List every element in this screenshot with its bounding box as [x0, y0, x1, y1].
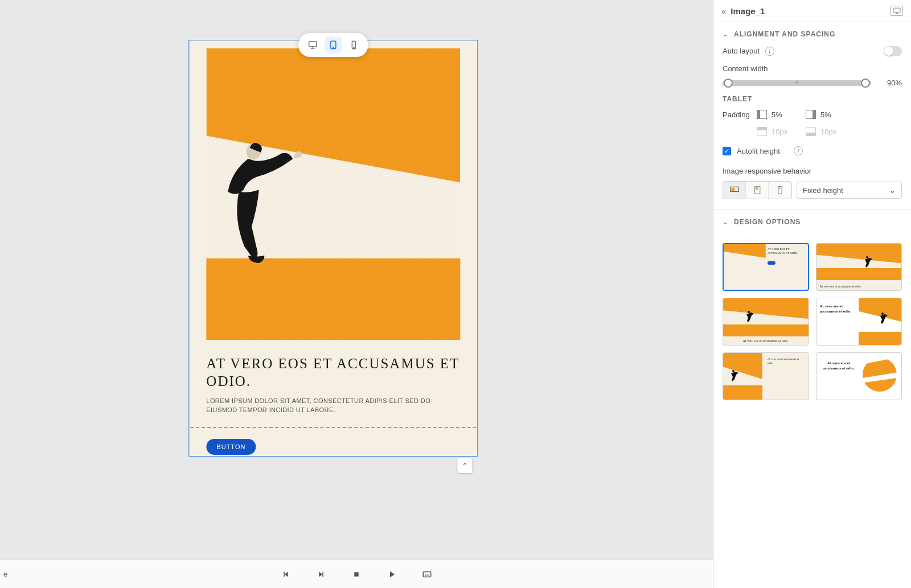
back-button[interactable]: « — [721, 6, 726, 16]
figure-icon — [728, 369, 740, 383]
monitor-eye-icon — [892, 7, 901, 14]
responsive-phone-option[interactable] — [769, 182, 791, 199]
content-width-value: 90% — [879, 79, 902, 87]
artboard-wrapper: AT VERO EOS ET ACCUSAMUS ET ODIO. LOREM … — [188, 40, 478, 457]
padding-right-icon — [806, 110, 816, 119]
design-option-4[interactable]: At vero eos et accusamus et odio. — [816, 298, 902, 346]
content-width-label: Content width — [723, 64, 902, 73]
responsive-desktop-option[interactable] — [723, 182, 746, 199]
svg-rect-15 — [779, 187, 780, 189]
padding-label: Padding — [723, 110, 757, 119]
captions-button[interactable]: CC — [420, 567, 434, 582]
play-icon — [387, 569, 397, 579]
phone-icon — [348, 40, 359, 50]
cta-button[interactable]: BUTTON — [206, 439, 256, 455]
padding-top-icon — [757, 127, 767, 136]
inspector-header: « Image_1 — [713, 0, 911, 22]
padding-left-icon — [757, 110, 767, 119]
playback-bar: e CC — [0, 560, 713, 588]
tablet-icon — [328, 40, 338, 50]
info-icon[interactable]: i — [765, 47, 774, 56]
cc-icon: CC — [422, 569, 432, 579]
device-tablet-button[interactable] — [325, 36, 342, 54]
responsive-device-segment — [723, 181, 792, 199]
collapse-chevron-button[interactable]: ⌃ — [457, 458, 472, 473]
design-option-grid: AT VERO EOS ET ACCUSAMUS ET ODIO. At ver… — [713, 236, 911, 407]
figure-icon — [877, 311, 889, 325]
step-back-icon — [281, 569, 291, 579]
responsive-behavior-dropdown[interactable]: Fixed height ⌄ — [797, 182, 902, 199]
design-option-1[interactable]: AT VERO EOS ET ACCUSAMUS ET ODIO. — [723, 243, 809, 291]
design-options-header[interactable]: ⌄ DESIGN OPTIONS — [723, 218, 902, 226]
content-width-slider[interactable]: ⠿ — [723, 80, 871, 86]
design-option-2[interactable]: At vero eos et accusamus et odio. — [816, 243, 902, 291]
responsive-behavior-label: Image responsive behavior — [723, 167, 902, 175]
copy-block: AT VERO EOS ET ACCUSAMUS ET ODIO. LOREM … — [206, 355, 460, 415]
visibility-preview-button[interactable] — [891, 6, 903, 16]
timeline-label: e — [3, 570, 7, 578]
auto-layout-toggle[interactable] — [884, 46, 902, 56]
section-title: ALIGNMENT AND SPACING — [734, 30, 835, 38]
desktop-mini-icon — [729, 186, 740, 195]
figure-icon — [862, 255, 873, 269]
section-title: DESIGN OPTIONS — [734, 218, 801, 226]
device-switcher — [298, 33, 368, 57]
svg-rect-11 — [731, 188, 734, 191]
chevron-up-icon: ⌃ — [462, 462, 468, 470]
design-option-6[interactable]: At vero eos et accusamus et odio. — [816, 352, 902, 400]
figure-illustration — [211, 130, 303, 276]
stop-button[interactable] — [349, 567, 364, 582]
svg-rect-13 — [755, 187, 757, 190]
info-icon[interactable]: i — [794, 146, 803, 155]
subheading[interactable]: LOREM IPSUM DOLOR SIT AMET, CONSECTETUR … — [206, 396, 460, 415]
stop-icon — [351, 569, 362, 579]
device-desktop-button[interactable] — [304, 36, 321, 54]
chevron-left-double-icon: « — [721, 6, 726, 16]
heading[interactable]: AT VERO EOS ET ACCUSAMUS ET ODIO. — [206, 355, 460, 390]
svg-point-2 — [333, 47, 334, 48]
artboard-tablet[interactable]: AT VERO EOS ET ACCUSAMUS ET ODIO. LOREM … — [188, 40, 478, 457]
inspector-panel: « Image_1 ⌄ ALIGNMENT AND SPACING Auto l… — [713, 0, 911, 588]
device-phone-button[interactable] — [345, 36, 362, 54]
phone-mini-icon — [774, 186, 786, 195]
chevron-down-icon: ⌄ — [723, 30, 728, 38]
autofit-height-checkbox[interactable]: ✓ — [723, 147, 731, 155]
next-frame-button[interactable] — [314, 567, 329, 582]
tablet-mini-icon — [752, 186, 763, 195]
play-button[interactable] — [384, 567, 399, 582]
auto-layout-label: Auto layout — [723, 47, 760, 55]
padding-left-input[interactable]: 5% — [772, 110, 806, 119]
canvas-region: AT VERO EOS ET ACCUSAMUS ET ODIO. LOREM … — [0, 0, 713, 588]
step-forward-icon — [316, 569, 326, 579]
chevron-down-icon: ⌄ — [889, 186, 896, 195]
desktop-icon — [307, 40, 318, 50]
svg-rect-9 — [893, 8, 900, 12]
svg-rect-6 — [354, 572, 359, 577]
prev-frame-button[interactable] — [278, 567, 293, 582]
padding-top-input: 10px — [772, 128, 806, 136]
tablet-subhead: TABLET — [723, 95, 902, 103]
alignment-spacing-header[interactable]: ⌄ ALIGNMENT AND SPACING — [723, 30, 902, 38]
section-resize-handle[interactable] — [188, 422, 478, 433]
svg-point-4 — [354, 47, 354, 48]
design-options-section: ⌄ DESIGN OPTIONS — [713, 210, 911, 236]
padding-right-input[interactable]: 5% — [820, 110, 855, 119]
design-option-3[interactable]: At vero eos et accusamus et odio. — [723, 298, 809, 346]
figure-icon — [744, 310, 755, 323]
design-option-5[interactable]: At vero eos et accusamus et odio. — [723, 352, 809, 400]
chevron-down-icon: ⌄ — [723, 218, 728, 226]
autofit-height-label: Autofit height — [737, 147, 780, 155]
svg-text:CC: CC — [425, 573, 429, 576]
svg-rect-0 — [309, 42, 317, 47]
hero-image[interactable] — [206, 48, 460, 340]
button-preview — [768, 261, 775, 265]
padding-bottom-input: 10px — [820, 128, 855, 136]
alignment-spacing-section: ⌄ ALIGNMENT AND SPACING Auto layout i Co… — [713, 22, 911, 210]
object-name: Image_1 — [731, 6, 891, 16]
responsive-tablet-option[interactable] — [746, 182, 769, 199]
responsive-behavior-value: Fixed height — [803, 186, 843, 195]
padding-bottom-icon — [806, 127, 816, 136]
